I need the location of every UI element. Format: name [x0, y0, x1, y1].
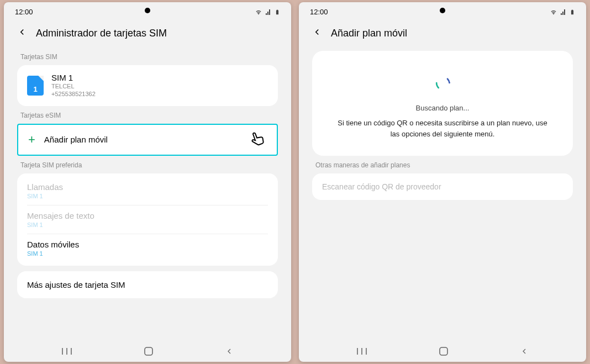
pref-data[interactable]: Datos móviles SIM 1	[27, 234, 268, 262]
pref-calls[interactable]: Llamadas SIM 1	[27, 177, 268, 205]
pointer-hand-icon	[245, 128, 270, 155]
more-settings-label: Más ajustes de tarjeta SIM	[27, 280, 125, 289]
sim-carrier: TELCEL	[51, 82, 96, 90]
status-time: 12:00	[310, 8, 328, 16]
section-label-sim: Tarjetas SIM	[20, 53, 275, 61]
searching-card: Buscando plan... Si tiene un código QR o…	[312, 51, 573, 156]
page-title: Añadir plan móvil	[331, 28, 407, 39]
nav-back-icon[interactable]	[520, 347, 529, 356]
more-settings-button[interactable]: Más ajustes de tarjeta SIM	[17, 271, 278, 298]
wifi-icon	[255, 9, 262, 15]
status-icons	[255, 8, 280, 16]
status-bar: 12:00	[299, 2, 586, 19]
scan-qr-button[interactable]: Escanear código QR de proveedor	[312, 173, 573, 200]
device-left: 12:00 Administrador de tarjetas SIM Tarj…	[4, 2, 291, 362]
nav-home-icon[interactable]	[439, 346, 449, 356]
battery-icon	[275, 8, 280, 16]
pref-calls-label: Llamadas	[27, 182, 268, 192]
back-icon[interactable]	[17, 27, 27, 40]
content-area: Buscando plan... Si tiene un código QR o…	[299, 48, 586, 340]
status-time: 12:00	[15, 8, 33, 16]
pref-messages-label: Mensajes de texto	[27, 211, 268, 220]
signal-icon	[560, 9, 567, 15]
status-bar: 12:00	[4, 2, 291, 19]
searching-title: Buscando plan...	[329, 104, 556, 112]
page-header: Añadir plan móvil	[299, 19, 586, 48]
section-label-other: Otras maneras de añadir planes	[315, 161, 570, 169]
page-title: Administrador de tarjetas SIM	[36, 28, 167, 39]
page-header: Administrador de tarjetas SIM	[4, 19, 291, 48]
status-icons	[550, 8, 575, 16]
nav-home-icon[interactable]	[144, 346, 154, 356]
preferred-card: Llamadas SIM 1 Mensajes de texto SIM 1 D…	[17, 173, 278, 266]
device-right: 12:00 Añadir plan móvil Buscando plan...…	[299, 2, 586, 362]
content-area: Tarjetas SIM 1 SIM 1 TELCEL +52553852136…	[4, 48, 291, 340]
pref-messages[interactable]: Mensajes de texto SIM 1	[27, 205, 268, 234]
section-label-preferred: Tarjeta SIM preferida	[20, 161, 275, 169]
scan-qr-label: Escanear código QR de proveedor	[322, 182, 441, 191]
signal-icon	[265, 9, 272, 15]
searching-subtitle: Si tiene un código QR o necesita suscrib…	[329, 118, 556, 139]
spinner-icon	[433, 73, 452, 93]
pref-calls-value: SIM 1	[27, 193, 268, 199]
pref-data-value: SIM 1	[27, 250, 268, 257]
sim-title: SIM 1	[51, 73, 96, 82]
pref-data-label: Datos móviles	[27, 240, 268, 249]
svg-rect-3	[145, 347, 152, 355]
camera-hole	[440, 8, 445, 13]
pref-messages-value: SIM 1	[27, 221, 268, 228]
nav-back-icon[interactable]	[225, 347, 234, 356]
section-label-esim: Tarjetas eSIM	[20, 112, 275, 119]
sim-info: SIM 1 TELCEL +525538521362	[51, 73, 96, 98]
sim-number: +525538521362	[51, 90, 96, 98]
back-icon[interactable]	[312, 27, 322, 40]
svg-rect-7	[440, 347, 447, 355]
nav-bar	[299, 340, 586, 362]
nav-recent-icon[interactable]	[61, 347, 72, 356]
nav-bar	[4, 340, 291, 362]
camera-hole	[145, 8, 150, 13]
sim-card-row[interactable]: 1 SIM 1 TELCEL +525538521362	[17, 65, 278, 106]
sim-icon: 1	[27, 76, 44, 96]
nav-recent-icon[interactable]	[356, 347, 367, 356]
add-plan-button[interactable]: + Añadir plan móvil	[17, 124, 278, 156]
wifi-icon	[550, 9, 557, 15]
add-plan-label: Añadir plan móvil	[44, 135, 108, 144]
battery-icon	[570, 8, 575, 16]
plus-icon: +	[28, 133, 35, 147]
